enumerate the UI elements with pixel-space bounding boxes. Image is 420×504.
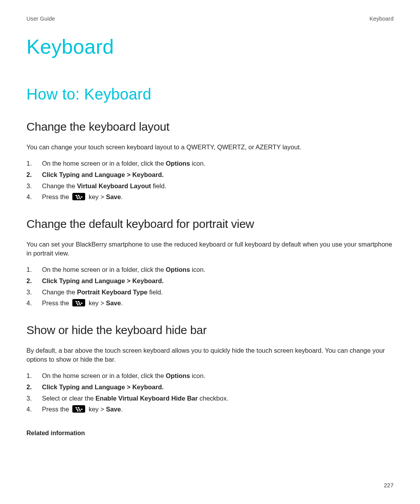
header-left: User Guide: [26, 16, 55, 22]
header-right: Keyboard: [369, 16, 394, 22]
svg-rect-13: [79, 304, 81, 305]
step-text: Press the: [42, 299, 71, 306]
subsection-heading: Change the default keyboard for portrait…: [26, 217, 394, 231]
step-bold: Options: [166, 160, 190, 167]
step-text: On the home screen or in a folder, click…: [42, 266, 166, 273]
steps-list: On the home screen or in a folder, click…: [26, 264, 394, 309]
svg-rect-11: [81, 303, 82, 304]
svg-rect-6: [79, 198, 81, 199]
step-text: field.: [151, 182, 166, 189]
step-text: Click: [42, 171, 59, 178]
step-item: On the home screen or in a folder, click…: [26, 264, 394, 275]
steps-list: On the home screen or in a folder, click…: [26, 158, 394, 203]
svg-rect-15: [78, 407, 79, 408]
step-text: .: [121, 193, 123, 200]
svg-rect-18: [81, 409, 82, 410]
step-text: Click: [42, 277, 59, 284]
step-text: key >: [87, 406, 106, 413]
svg-rect-14: [75, 407, 77, 408]
step-bold: Enable Virtual Keyboard Hide Bar: [96, 395, 198, 402]
step-bold: Options: [166, 372, 190, 379]
intro-paragraph: By default, a bar above the touch screen…: [26, 346, 394, 364]
step-item: Change the Virtual Keyboard Layout field…: [26, 180, 394, 192]
step-item: Press the key > Save.: [26, 404, 394, 415]
intro-paragraph: You can change your touch screen keyboar…: [26, 143, 394, 152]
step-item: On the home screen or in a folder, click…: [26, 158, 394, 169]
step-text: >: [125, 171, 132, 178]
step-item: Click Typing and Language > Keyboard.: [26, 275, 394, 287]
subsection-heading: Change the keyboard layout: [26, 120, 394, 133]
page-number: 227: [384, 482, 394, 488]
steps-list: On the home screen or in a folder, click…: [26, 370, 394, 415]
step-item: Click Typing and Language > Keyboard.: [26, 169, 394, 180]
page-header: User Guide Keyboard: [26, 16, 394, 22]
svg-rect-20: [79, 410, 81, 411]
step-text: icon.: [190, 266, 205, 273]
step-bold: Typing and Language: [59, 277, 125, 284]
step-text: Change the: [42, 289, 77, 296]
step-text: Click: [42, 383, 59, 390]
step-text: Select or clear the: [42, 395, 96, 402]
svg-rect-2: [76, 196, 78, 198]
step-text: >: [125, 383, 132, 390]
step-text: .: [121, 406, 123, 413]
svg-rect-19: [77, 410, 79, 411]
step-text: On the home screen or in a folder, click…: [42, 160, 166, 167]
svg-rect-17: [79, 409, 80, 410]
step-text: Press the: [42, 406, 71, 413]
related-information-heading: Related information: [26, 430, 394, 437]
svg-rect-5: [77, 198, 79, 199]
step-text: .: [162, 383, 164, 390]
svg-rect-12: [77, 304, 79, 305]
step-item: On the home screen or in a folder, click…: [26, 370, 394, 382]
step-item: Press the key > Save.: [26, 298, 394, 309]
step-text: Press the: [42, 193, 71, 200]
step-bold: Portrait Keyboard Type: [77, 289, 147, 296]
step-bold: Keyboard: [132, 171, 162, 178]
step-text: .: [121, 299, 123, 306]
step-text: .: [162, 277, 164, 284]
svg-rect-7: [75, 301, 77, 302]
step-item: Click Typing and Language > Keyboard.: [26, 382, 394, 393]
svg-rect-8: [78, 301, 79, 302]
subsection-heading: Show or hide the keyboard hide bar: [26, 324, 394, 337]
intro-paragraph: You can set your BlackBerry smartphone t…: [26, 240, 394, 258]
step-bold: Typing and Language: [59, 383, 125, 390]
step-text: .: [162, 171, 164, 178]
page-title: Keyboard: [26, 35, 394, 58]
step-text: field.: [147, 289, 163, 296]
step-text: icon.: [190, 372, 205, 379]
step-item: Press the key > Save.: [26, 191, 394, 203]
step-text: >: [125, 277, 132, 284]
step-bold: Keyboard: [132, 277, 162, 284]
svg-rect-10: [79, 303, 80, 304]
step-bold: Options: [166, 266, 190, 273]
svg-rect-9: [76, 303, 78, 304]
step-text: On the home screen or in a folder, click…: [42, 372, 166, 379]
svg-rect-16: [76, 409, 78, 410]
step-text: checkbox.: [198, 395, 228, 402]
step-bold: Save: [106, 299, 121, 306]
step-text: key >: [87, 193, 106, 200]
menu-key-icon: [72, 405, 85, 413]
step-text: Change the: [42, 182, 77, 189]
svg-rect-0: [75, 195, 77, 196]
menu-key-icon: [72, 193, 85, 200]
svg-rect-3: [79, 196, 80, 198]
step-bold: Keyboard: [132, 383, 162, 390]
step-item: Select or clear the Enable Virtual Keybo…: [26, 393, 394, 404]
menu-key-icon: [72, 299, 85, 306]
step-bold: Virtual Keyboard Layout: [77, 182, 151, 189]
step-bold: Typing and Language: [59, 171, 125, 178]
document-page: User Guide Keyboard Keyboard How to: Key…: [0, 0, 420, 504]
step-bold: Save: [106, 193, 121, 200]
step-text: icon.: [190, 160, 205, 167]
step-text: key >: [87, 299, 106, 306]
section-heading: How to: Keyboard: [26, 86, 394, 103]
step-bold: Save: [106, 406, 121, 413]
step-item: Change the Portrait Keyboard Type field.: [26, 287, 394, 298]
svg-rect-1: [78, 195, 79, 196]
content-groups: Change the keyboard layoutYou can change…: [26, 120, 394, 415]
svg-rect-4: [81, 196, 82, 198]
